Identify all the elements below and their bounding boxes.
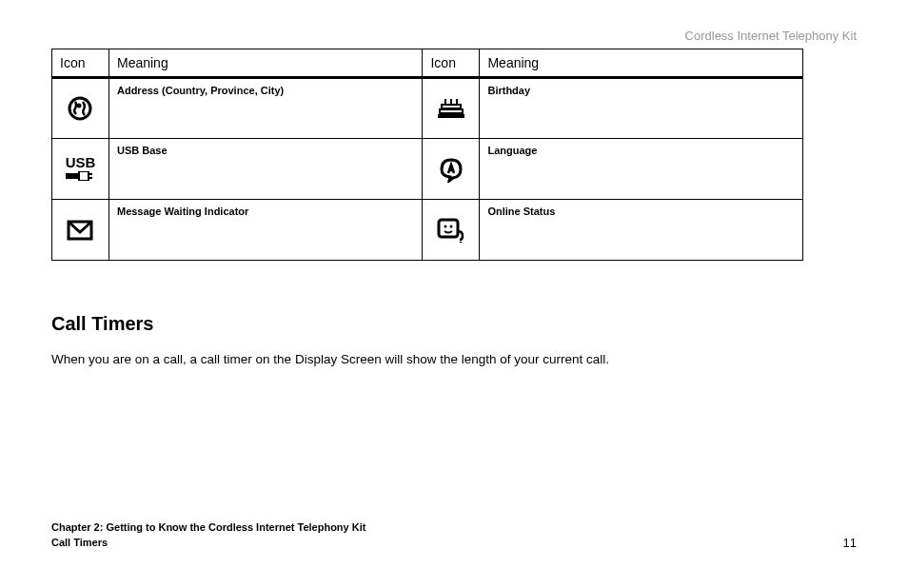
svg-point-1 xyxy=(77,104,82,108)
footer-chapter-info: Chapter 2: Getting to Know the Cordless … xyxy=(51,520,365,550)
footer-subsection: Call Timers xyxy=(51,536,365,550)
svg-rect-8 xyxy=(66,173,79,179)
svg-rect-11 xyxy=(89,177,92,179)
svg-rect-5 xyxy=(442,105,461,108)
online-status-icon xyxy=(423,200,480,261)
globe-icon xyxy=(52,78,109,139)
table-header-icon-2: Icon xyxy=(423,49,480,78)
svg-rect-3 xyxy=(450,99,452,104)
table-row: USB USB Base Language xyxy=(52,139,803,200)
language-icon xyxy=(423,139,480,200)
table-header-icon-1: Icon xyxy=(52,49,109,78)
svg-rect-7 xyxy=(438,114,464,118)
meaning-language: Language xyxy=(480,139,803,200)
svg-point-14 xyxy=(444,225,446,227)
usb-icon: USB xyxy=(52,139,109,200)
table-header-meaning-2: Meaning xyxy=(480,49,803,78)
birthday-icon xyxy=(423,78,480,139)
icon-meaning-table: Icon Meaning Icon Meaning Address (Count… xyxy=(51,49,803,261)
svg-point-15 xyxy=(449,225,452,227)
meaning-birthday: Birthday xyxy=(480,78,803,139)
svg-rect-2 xyxy=(444,99,446,104)
svg-rect-9 xyxy=(79,171,89,181)
meaning-address: Address (Country, Province, City) xyxy=(109,78,423,139)
svg-rect-10 xyxy=(89,173,92,175)
meaning-usb: USB Base xyxy=(109,139,423,200)
table-row: Address (Country, Province, City) Birthd… xyxy=(52,78,803,139)
footer-chapter: Chapter 2: Getting to Know the Cordless … xyxy=(51,520,365,535)
section-heading-call-timers: Call Timers xyxy=(51,313,857,335)
meaning-online-status: Online Status xyxy=(480,200,803,261)
meaning-message: Message Waiting Indicator xyxy=(109,200,423,261)
message-icon xyxy=(52,200,109,261)
product-name-header: Cordless Internet Telephony Kit xyxy=(51,29,857,43)
table-header-meaning-1: Meaning xyxy=(109,49,423,78)
page-footer: Chapter 2: Getting to Know the Cordless … xyxy=(51,520,857,550)
table-row: Message Waiting Indicator Online Status xyxy=(52,200,803,261)
svg-rect-13 xyxy=(439,220,458,237)
svg-rect-4 xyxy=(456,99,458,104)
svg-point-0 xyxy=(69,98,90,119)
section-body: When you are on a call, a call timer on … xyxy=(51,352,857,366)
svg-rect-6 xyxy=(440,109,463,113)
page-number: 11 xyxy=(843,536,857,550)
